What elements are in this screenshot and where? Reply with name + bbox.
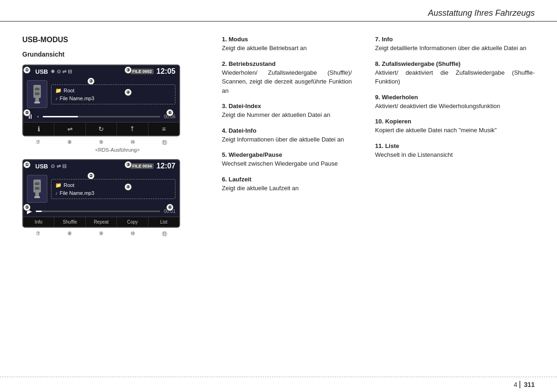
right-section-3: 9. WiederholenAktiviert/ deaktiviert die… [375,94,535,111]
screen1-file: ♪ File Name.mp3 [55,96,171,101]
screen1-progress-line [43,116,160,117]
screen2-btn-repeat[interactable]: Repeat [86,217,117,227]
screen1-btn-shuffle[interactable]: ⇌ [54,122,85,135]
screen1-numbering: ⑦ ⑧ ⑨ ⑩ ⑪ [22,139,180,146]
badge2-3: ③ [124,161,132,168]
svg-rect-0 [33,85,41,98]
screen1-btn-list[interactable]: ≡ [149,122,179,135]
badge2-4: ④ [124,183,132,191]
right-heading-3: 9. Wiederholen [375,94,535,101]
badge-6: ⑥ [166,109,174,116]
screen1-btn-info[interactable]: ℹ [23,122,54,135]
page-footer: 4 311 [0,377,557,392]
screen1-folder: 📁 Root [55,88,171,94]
screen1-progress-fill [43,116,78,117]
screen2-btn-info[interactable]: Info [23,217,54,227]
mid-sections: 1. ModusZeigt die aktuelle Betriebsart a… [222,36,352,193]
screen2-right-info: FILE 0034 12:07 [130,162,175,170]
screen2-btn-copy[interactable]: Copy [117,217,148,227]
shuffle-icon: ⇌ [67,125,73,133]
svg-rect-1 [35,98,39,102]
screen2-progress: ▶ 00:01 [23,206,179,217]
s2-num7: ⑦ [22,231,54,238]
mid-heading-5: 5. Wiedergabe/Pause [222,151,352,158]
s2-num9: ⑨ [85,231,117,238]
num7: ⑦ [22,139,54,146]
left-column: USB-MODUS Grundansicht ① ② ③ ④ ⑤ ⑥ USB ✸… [22,36,222,238]
svg-rect-6 [35,193,39,196]
badge-4: ④ [124,89,132,96]
right-text-5: Wechselt in die Listenansicht [375,150,535,160]
right-heading-2: 8. Zufallswiedergabe (Shuffle) [375,60,535,67]
screen2-progress-fill [36,211,42,212]
page-chapter: 4 [514,381,518,388]
main-content: USB-MODUS Grundansicht ① ② ③ ④ ⑤ ⑥ USB ✸… [0,22,557,248]
screen2-file: ♪ File Name.mp3 [55,190,171,196]
svg-rect-5 [33,180,41,193]
screen2-usb-icon [27,175,47,203]
screen1-file-index: FILE 0002 [130,69,154,74]
right-text-2: Aktiviert/ deaktiviert die Zufallswieder… [375,68,535,86]
screen1-time: 12:05 [156,67,175,76]
svg-rect-2 [34,102,40,103]
mid-section-5: 5. Wiedergabe/PauseWechselt zwischen Wie… [222,151,352,168]
num10: ⑩ [117,139,149,146]
screen1-file-info: 📁 Root ♪ File Name.mp3 [51,84,175,104]
mid-text-3: Zeigt die Nummer der aktuellen Datei an [222,110,352,120]
screen2-topbar: USB ⊙ ⇌ ⊟ FILE 0034 12:07 [23,160,179,172]
screen1-buttons: ℹ ⇌ ↻ ⤒ ≡ [23,122,179,135]
mid-heading-6: 6. Laufzeit [222,176,352,183]
middle-column: 1. ModusZeigt die aktuelle Betriebsart a… [222,36,366,238]
header-title: Ausstattung Ihres Fahrzeugs [428,8,535,18]
right-sections: 7. InfoZeigt detaillierte Informationen … [375,36,535,159]
screen1-dot: • [37,114,39,119]
svg-rect-7 [34,196,40,198]
screen2-file-info: 📁 Root ♪ File Name.mp3 [51,179,175,199]
right-text-1: Zeigt detaillierte Informationen über di… [375,44,535,53]
num9: ⑨ [85,139,117,146]
s2-num10: ⑩ [117,231,149,238]
num11: ⑪ [149,139,180,146]
section-title: USB-MODUS [22,36,213,44]
mid-heading-3: 3. Datei-Index [222,103,352,109]
badge-5: ⑤ [23,109,31,116]
screen2-middle: 📁 Root ♪ File Name.mp3 [23,172,179,206]
right-text-4: Kopiert die aktuelle Datei nach "meine M… [375,126,535,135]
screen2-file-index: FILE 0034 [130,163,154,169]
mid-text-5: Wechselt zwischen Wiedergabe und Pause [222,159,352,168]
right-heading-5: 11. Liste [375,142,535,149]
badge2-5: ⑤ [23,204,31,211]
s2-num11: ⑪ [149,231,180,238]
screen1-icons: ✸ ⊙ ⇌ ⊟ [51,69,71,75]
info-icon: ℹ [38,125,40,133]
screen2-time: 12:07 [156,162,175,170]
repeat-icon: ↻ [98,125,104,133]
screen1-btn-repeat[interactable]: ↻ [86,122,117,135]
svg-rect-9 [35,187,39,190]
screen1-btn-copy[interactable]: ⤒ [117,122,148,135]
screen2-icons: ⊙ ⇌ ⊟ [51,163,66,169]
screen2-btn-list[interactable]: List [149,217,179,227]
svg-rect-4 [35,92,39,95]
screen2-buttons: Info Shuffle Repeat Copy List [23,217,179,227]
screen1-right-info: FILE 0002 12:05 [130,67,175,76]
screen2-numbering: ⑦ ⑧ ⑨ ⑩ ⑪ [22,231,180,238]
mid-section-4: 4. Datei-InfoZeigt Informationen über di… [222,127,352,144]
mid-heading-2: 2. Betriebszustand [222,60,352,67]
num8: ⑧ [54,139,85,146]
page-header: Ausstattung Ihres Fahrzeugs [0,0,557,22]
screen2-usb-label: USB [35,163,48,170]
right-column: 7. InfoZeigt detaillierte Informationen … [366,36,535,238]
screen2-folder: 📁 Root [55,182,171,188]
badge-1: ① [23,66,31,74]
mid-section-2: 2. BetriebszustandWiederholen/ Zufallswi… [222,60,352,96]
screen2-btn-shuffle[interactable]: Shuffle [54,217,85,227]
svg-rect-3 [35,88,39,90]
screen2-left-info: USB ⊙ ⇌ ⊟ [27,163,66,170]
badge2-1: ① [23,161,31,168]
screen1-usb-label: USB [35,68,48,75]
mid-text-4: Zeigt Informationen über die aktuelle Da… [222,135,352,144]
mid-text-2: Wiederholen/ Zufallswiedergabe (Shuffle)… [222,68,352,96]
mid-section-3: 3. Datei-IndexZeigt die Nummer der aktue… [222,103,352,120]
copy-icon: ⤒ [130,125,135,133]
